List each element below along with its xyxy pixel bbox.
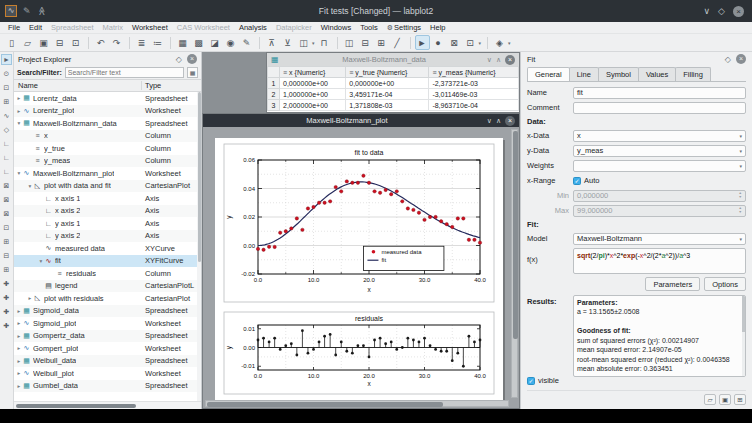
- tree-row-lorentz-data[interactable]: ▸▦Lorentz_dataSpreadsheet: [14, 92, 201, 105]
- vertical-layout-icon[interactable]: ◫: [342, 35, 357, 50]
- add-axis-icon[interactable]: ∟: [1, 138, 12, 149]
- tree-row-measured-data[interactable]: ∿measured dataXYCurve: [14, 242, 201, 255]
- scale-auto-x-icon[interactable]: ⊡: [1, 222, 12, 233]
- zoom-fit-icon[interactable]: ⊠: [1, 208, 12, 219]
- close-subwindow-icon[interactable]: ×: [505, 116, 515, 126]
- tree-column-headers[interactable]: Name Type: [14, 79, 201, 92]
- grid-layout-icon[interactable]: ⊞: [374, 35, 389, 50]
- new-note-icon[interactable]: ✎: [239, 35, 254, 50]
- tab-values[interactable]: Values: [638, 67, 676, 81]
- menu-tools[interactable]: Tools: [356, 23, 382, 32]
- pin-icon[interactable]: ✎: [23, 6, 31, 16]
- save-icon[interactable]: ▣: [36, 35, 51, 50]
- restore-subwindow-icon[interactable]: ∧: [496, 117, 501, 125]
- float-dock-icon[interactable]: ◇: [725, 55, 731, 64]
- pointer-icon[interactable]: ►: [1, 54, 12, 65]
- tree-row-y-true[interactable]: ≡y_trueColumn: [14, 142, 201, 155]
- worksheet-page[interactable]: fit to data0.010.020.030.040.0-0.020.000…: [215, 138, 503, 400]
- sheet-cell[interactable]: 1,000000e+00: [280, 89, 346, 100]
- tree-horizontal-scrollbar[interactable]: [14, 401, 201, 409]
- fit-to-data-plot[interactable]: fit to data0.010.020.030.040.0-0.020.000…: [215, 138, 503, 308]
- keep-above-icon[interactable]: ≪: [36, 6, 46, 15]
- shift-left-icon[interactable]: ✚: [1, 278, 12, 289]
- search-input[interactable]: [65, 67, 184, 78]
- export-icon[interactable]: ⊻: [280, 35, 295, 50]
- tree-row-weibull-plot[interactable]: ▸∿Weibull_plotWorksheet: [14, 367, 201, 380]
- tree-row-plot-with-data-and-fit[interactable]: ▾◺plot with data and fitCartesianPlot: [14, 180, 201, 193]
- menu-windows[interactable]: Windows: [317, 23, 355, 32]
- float-dock-icon[interactable]: ◇: [176, 55, 182, 64]
- copy-results-icon[interactable]: ⊞: [734, 394, 746, 405]
- xdata-combobox[interactable]: x: [573, 130, 746, 142]
- zoom-x-icon[interactable]: ⊞: [1, 264, 12, 275]
- maximize-window-icon[interactable]: ◇: [718, 6, 725, 16]
- sheet-cell[interactable]: -2,373721e-03: [429, 78, 519, 89]
- new-folder-icon[interactable]: ≣: [134, 35, 149, 50]
- tree-row-residuals[interactable]: ≡residualsColumn: [14, 267, 201, 280]
- fit-page-icon[interactable]: ⊓: [317, 35, 332, 50]
- tree-row-gompertz-data[interactable]: ▸▦Gompertz_dataSpreadsheet: [14, 330, 201, 343]
- app-icon[interactable]: ∿: [5, 5, 17, 17]
- sheet-cell[interactable]: 1,371808e-03: [346, 100, 429, 111]
- new-datapicker-icon[interactable]: ◉: [223, 35, 238, 50]
- save-template-icon[interactable]: ▣: [719, 394, 731, 405]
- tree-row-sigmoid-plot[interactable]: ▸∿Sigmoid_plotWorksheet: [14, 317, 201, 330]
- worksheet-vertical-scrollbar[interactable]: [511, 129, 518, 398]
- column-header-type[interactable]: Type: [142, 81, 201, 90]
- tree-row-fit[interactable]: ▾∿fitXYFitCurve: [14, 255, 201, 268]
- add-legend-icon[interactable]: ∟: [1, 152, 12, 163]
- close-dock-icon[interactable]: ×: [187, 54, 197, 64]
- zoom-select-icon[interactable]: ◫: [296, 35, 311, 50]
- menu-worksheet[interactable]: Worksheet: [128, 23, 172, 32]
- open-file-icon[interactable]: ▱: [20, 35, 35, 50]
- shift-down-icon[interactable]: ✚: [1, 320, 12, 331]
- dropdown-arrow-icon[interactable]: ▾: [479, 40, 482, 46]
- spreadsheet-subwindow-titlebar[interactable]: ▦ Maxwell-Boltzmann_data ∨ ∧ ×: [267, 53, 519, 66]
- shade-subwindow-icon[interactable]: ∨: [487, 117, 492, 125]
- scale-auto-y-icon[interactable]: ⊞: [1, 236, 12, 247]
- tree-row-plot-with-residuals[interactable]: ▸◺plot with residualsCartesianPlot: [14, 292, 201, 305]
- sheet-cell[interactable]: 2,000000e+00: [280, 100, 346, 111]
- sheet-column-header[interactable]: ≡x {Numeric}: [280, 67, 346, 78]
- tree-row-x-axis-2[interactable]: ∟x axis 2Axis: [14, 205, 201, 218]
- tab-filling[interactable]: Filling: [675, 67, 711, 81]
- tree-row-gumbel-data[interactable]: ▸▦Gumbel_dataSpreadsheet: [14, 380, 201, 393]
- menu-analysis[interactable]: Analysis: [235, 23, 271, 32]
- import-icon[interactable]: ⊼: [264, 35, 279, 50]
- sheet-cell[interactable]: -8,963710e-04: [429, 100, 519, 111]
- undo-icon[interactable]: ↶: [93, 35, 108, 50]
- comment-field[interactable]: [573, 102, 746, 114]
- tab-general[interactable]: General: [527, 67, 570, 81]
- column-header-name[interactable]: Name: [14, 81, 142, 90]
- new-spreadsheet-icon[interactable]: ▦: [175, 35, 190, 50]
- shift-right-icon[interactable]: ✚: [1, 292, 12, 303]
- break-layout-icon[interactable]: ╱: [390, 35, 405, 50]
- zoom-in-icon[interactable]: ⊠: [1, 180, 12, 191]
- add-curve-icon[interactable]: ∿: [1, 110, 12, 121]
- load-template-icon[interactable]: ▱: [704, 394, 716, 405]
- menu-help[interactable]: Help: [426, 23, 449, 32]
- zoom-select-icon[interactable]: ⊙: [1, 68, 12, 79]
- add-plot-icon[interactable]: ⊡: [1, 82, 12, 93]
- sheet-column-header[interactable]: ≡y_meas {Numeric}: [429, 67, 519, 78]
- close-dock-icon[interactable]: ×: [736, 54, 746, 64]
- shade-subwindow-icon[interactable]: ∨: [487, 56, 492, 64]
- add-equation-icon[interactable]: ◇: [1, 124, 12, 135]
- zoom-out-icon[interactable]: ⊠: [1, 194, 12, 205]
- tree-row-weibull-data[interactable]: ▸▦Weibull_dataSpreadsheet: [14, 355, 201, 368]
- tree-row-maxwell-boltzmann-plot[interactable]: ▾∿Maxwell-Boltzmann_plotWorksheet: [14, 167, 201, 180]
- tab-line[interactable]: Line: [569, 67, 599, 81]
- cursor-mode-icon[interactable]: ◈: [492, 35, 507, 50]
- tree-row-y-axis-2[interactable]: ∟y axis 2Axis: [14, 230, 201, 243]
- visible-checkbox[interactable]: ✓: [527, 377, 535, 385]
- options-button[interactable]: Options: [704, 277, 746, 291]
- shade-window-icon[interactable]: ∨: [703, 6, 710, 16]
- print-icon[interactable]: ⊟: [52, 35, 67, 50]
- worksheet-horizontal-scrollbar[interactable]: [205, 400, 509, 407]
- restore-subwindow-icon[interactable]: ∧: [496, 56, 501, 64]
- ydata-combobox[interactable]: y_meas: [573, 145, 746, 157]
- model-combobox[interactable]: Maxwell-Boltzmann: [573, 233, 746, 245]
- weights-combobox[interactable]: [573, 160, 746, 172]
- filter-options-icon[interactable]: ▦: [187, 67, 198, 78]
- print-preview-icon[interactable]: ⊡: [68, 35, 83, 50]
